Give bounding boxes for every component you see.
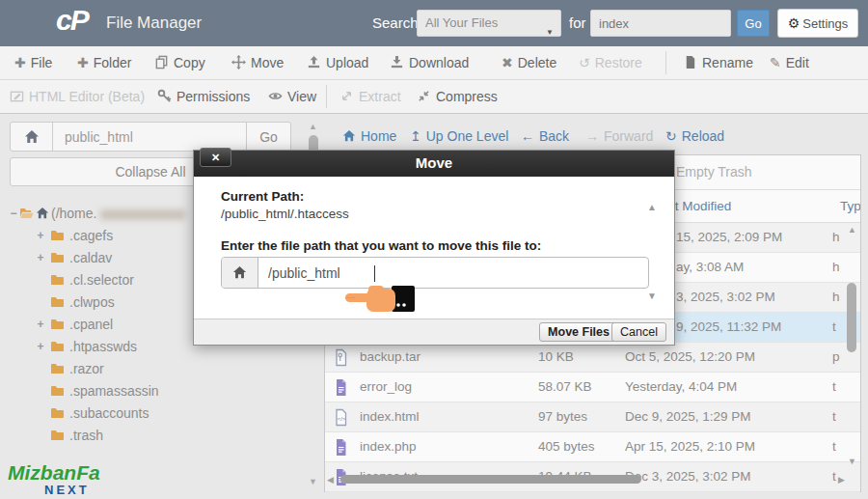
file-button[interactable]: ✚File <box>14 46 52 79</box>
compress-button[interactable]: Compress <box>417 80 498 113</box>
close-icon: ✕ <box>211 152 220 163</box>
nav-reload[interactable]: ↻Reload <box>665 122 724 151</box>
view-button[interactable]: View <box>268 80 316 113</box>
extract-button[interactable]: Extract <box>339 80 401 113</box>
empty-trash-button[interactable]: Empty Trash <box>676 164 752 180</box>
cell-size: 97 bytes <box>538 409 587 424</box>
cell-size: 58.07 KB <box>538 379 592 394</box>
cell-modified: ay, 3:08 AM <box>676 260 744 274</box>
copy-button[interactable]: Copy <box>154 46 205 79</box>
up-arrow-icon: ↥ <box>410 128 421 144</box>
cancel-button[interactable]: Cancel <box>611 322 666 342</box>
cell-type: t <box>832 409 841 424</box>
scrollbar-thumb[interactable] <box>340 475 641 484</box>
scroll-up-icon[interactable]: ▲ <box>647 202 657 212</box>
search-label: Search <box>372 14 419 31</box>
key-icon <box>157 89 172 103</box>
home-icon <box>342 129 356 143</box>
toolbar-primary: ✚File ✚Folder Copy Move Upload Download … <box>0 46 868 80</box>
rename-button[interactable]: Rename <box>683 46 753 79</box>
close-button[interactable]: ✕ <box>200 148 231 167</box>
delete-button[interactable]: ✖Delete <box>502 46 556 79</box>
move-files-button[interactable]: Move Files <box>539 322 618 342</box>
cell-type: t <box>832 439 841 454</box>
cell-name: error_log <box>360 379 412 394</box>
scroll-right-icon[interactable]: ▶ <box>838 475 845 485</box>
table-vertical-scrollbar[interactable]: ▲ ▼ <box>844 225 859 480</box>
table-row-index-html[interactable]: index.html 97 bytes Dec 9, 2025, 1:29 PM… <box>325 402 860 432</box>
nav-home[interactable]: Home <box>342 122 396 151</box>
scroll-up-icon[interactable]: ▲ <box>309 122 317 131</box>
restore-button[interactable]: ↺Restore <box>579 46 642 79</box>
doc-file-icon <box>333 378 349 397</box>
expand-toggle[interactable]: + <box>35 247 46 268</box>
scroll-down-icon[interactable]: ▼ <box>647 291 657 301</box>
cell-modified: Oct 5, 2025, 12:20 PM <box>625 349 755 364</box>
pointer-hand-cursor <box>343 281 417 316</box>
upload-button[interactable]: Upload <box>307 46 368 79</box>
scroll-down-icon[interactable]: ▼ <box>848 457 856 466</box>
cell-size: 10 KB <box>538 349 574 364</box>
cell-type: t <box>832 379 841 394</box>
cell-name: index.html <box>360 409 420 424</box>
table-horizontal-scrollbar[interactable]: ◀ ▶ <box>327 473 846 486</box>
folder-icon <box>50 273 65 286</box>
scroll-left-icon[interactable]: ◀ <box>327 475 334 485</box>
cell-modified: Yesterday, 4:04 PM <box>625 379 737 394</box>
column-type[interactable]: Type <box>840 199 860 213</box>
path-home-button[interactable] <box>11 123 53 151</box>
copy-icon <box>154 55 169 69</box>
forward-arrow-icon: → <box>585 128 599 144</box>
path-input[interactable] <box>53 123 246 151</box>
folder-icon <box>50 406 65 419</box>
search-go-button[interactable]: Go <box>737 10 770 37</box>
extract-arrows-icon <box>339 89 354 103</box>
tree-root-label: (/home. <box>51 203 185 224</box>
expand-toggle[interactable]: + <box>35 225 46 246</box>
cell-type: h <box>832 290 841 304</box>
path-go-button[interactable]: Go <box>246 123 290 151</box>
dialog-header: Move ✕ <box>194 151 674 177</box>
folder-icon <box>50 318 65 330</box>
download-button[interactable]: Download <box>390 46 469 79</box>
scroll-down-icon[interactable]: ▼ <box>309 477 317 486</box>
table-row-backup-tar[interactable]: backup.tar 10 KB Oct 5, 2025, 12:20 PM p <box>325 343 860 373</box>
edit-button[interactable]: ✎Edit <box>770 46 809 79</box>
folder-icon <box>50 251 65 263</box>
expand-toggle[interactable]: + <box>35 314 46 335</box>
search-input[interactable] <box>590 10 731 37</box>
cell-size: 405 bytes <box>538 439 595 454</box>
scrollbar-thumb[interactable] <box>847 283 856 352</box>
destination-instruction: Enter the file path that you want to mov… <box>221 238 541 253</box>
settings-button[interactable]: ⚙Settings <box>777 9 858 38</box>
folder-icon <box>50 340 65 352</box>
toolbar-secondary: HTML Editor (Beta) Permissions View Extr… <box>0 80 868 114</box>
nav-back[interactable]: ←Back <box>521 122 569 151</box>
destination-home-addon <box>222 258 258 288</box>
folder-icon <box>50 295 65 308</box>
cell-modified: Apr 15, 2025, 2:10 PM <box>625 439 755 454</box>
folder-button[interactable]: ✚Folder <box>77 46 131 79</box>
move-button[interactable]: Move <box>231 46 284 79</box>
cell-modified: 15, 2025, 2:09 PM <box>676 230 782 244</box>
table-row-index-php[interactable]: index.php 405 bytes Apr 15, 2025, 2:10 P… <box>325 432 860 462</box>
pencil-icon: ✎ <box>770 55 781 70</box>
expand-toggle[interactable]: + <box>35 336 46 357</box>
search-scope-select[interactable]: All Your Files ▼ <box>417 10 561 37</box>
doc-file-icon <box>333 438 349 457</box>
masked-username <box>100 209 185 220</box>
dialog-title: Move <box>194 151 674 176</box>
cell-modified: 3, 2025, 3:02 PM <box>676 290 775 304</box>
permissions-button[interactable]: Permissions <box>157 80 250 113</box>
folder-icon <box>50 229 65 241</box>
cell-type: p <box>832 349 841 364</box>
home-icon <box>36 207 49 220</box>
nav-up-one-level[interactable]: ↥Up One Level <box>410 122 508 151</box>
collapse-toggle[interactable]: − <box>8 203 19 224</box>
cell-type: h <box>832 260 841 274</box>
file-manager-window: cP File Manager Search All Your Files ▼ … <box>0 0 868 499</box>
table-row-error-log[interactable]: error_log 58.07 KB Yesterday, 4:04 PM t <box>325 373 860 402</box>
nav-forward[interactable]: →Forward <box>585 122 653 151</box>
scroll-up-icon[interactable]: ▲ <box>848 225 856 235</box>
html-editor-button[interactable]: HTML Editor (Beta) <box>10 80 145 113</box>
